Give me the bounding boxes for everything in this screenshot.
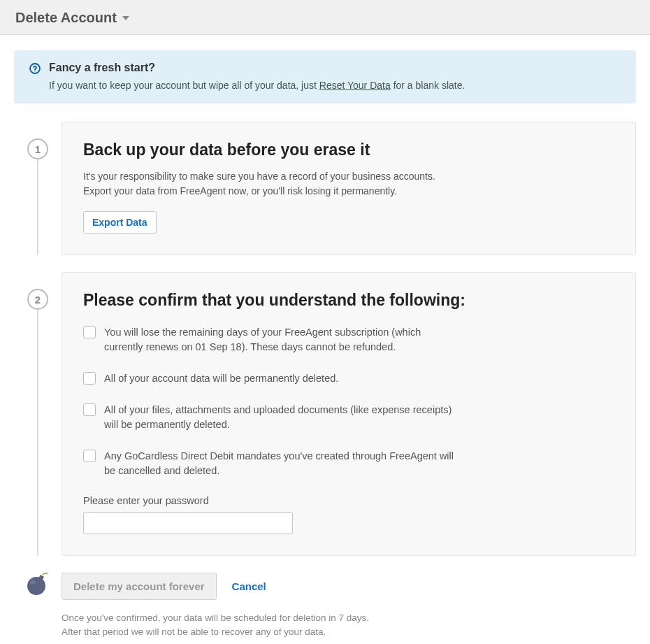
confirm-item-gocardless: Any GoCardless Direct Debit mandates you…	[83, 449, 614, 478]
svg-point-2	[27, 577, 45, 595]
backup-line1: It's your responsibility to make sure yo…	[83, 171, 435, 182]
content-area: Fancy a fresh start? If you want to keep…	[0, 35, 650, 644]
export-data-button[interactable]: Export Data	[83, 211, 157, 234]
info-banner: Fancy a fresh start? If you want to keep…	[14, 50, 636, 103]
banner-subtitle: If you want to keep your account but wip…	[49, 80, 621, 91]
reset-data-link[interactable]: Reset Your Data	[319, 80, 391, 91]
step-1: 1 Back up your data before you erase it …	[14, 122, 636, 255]
cancel-link[interactable]: Cancel	[232, 580, 266, 592]
confirm-text: Any GoCardless Direct Debit mandates you…	[104, 449, 461, 478]
confirm-title: Please confirm that you understand the f…	[83, 291, 614, 310]
svg-point-3	[30, 580, 36, 585]
footnote: Once you've confirmed, your data will be…	[62, 611, 636, 640]
checkbox-files[interactable]	[83, 403, 96, 416]
checkbox-gocardless[interactable]	[83, 450, 96, 462]
action-row: Delete my account forever Cancel Once yo…	[14, 573, 636, 640]
banner-text-after: for a blank slate.	[391, 80, 465, 91]
confirm-item-account-data: All of your account data will be permane…	[83, 371, 614, 386]
confirm-text: You will lose the remaining days of your…	[104, 325, 461, 355]
backup-line2: Export your data from FreeAgent now, or …	[83, 185, 397, 196]
help-icon	[29, 63, 41, 91]
confirm-item-files: All of your files, attachments and uploa…	[83, 403, 614, 432]
banner-text-before: If you want to keep your account but wip…	[49, 80, 319, 91]
step-number-1: 1	[27, 138, 48, 159]
page-title: Delete Account	[15, 10, 117, 26]
bomb-icon	[14, 573, 62, 596]
page-header: Delete Account	[0, 0, 650, 35]
step-connector	[37, 159, 38, 255]
delete-account-button[interactable]: Delete my account forever	[62, 573, 217, 600]
confirm-card: Please confirm that you understand the f…	[62, 272, 636, 556]
step-connector	[37, 310, 38, 556]
svg-point-1	[34, 71, 35, 71]
banner-title: Fancy a fresh start?	[49, 62, 621, 74]
confirm-item-subscription: You will lose the remaining days of your…	[83, 325, 614, 355]
password-input[interactable]	[83, 512, 293, 534]
backup-card: Back up your data before you erase it It…	[62, 122, 636, 255]
password-label: Please enter your password	[83, 495, 614, 506]
step-2: 2 Please confirm that you understand the…	[14, 272, 636, 556]
footnote-line1: Once you've confirmed, your data will be…	[62, 613, 369, 623]
footnote-line2: After that period we will not be able to…	[62, 627, 326, 637]
step-number-2: 2	[27, 289, 48, 310]
backup-title: Back up your data before you erase it	[83, 141, 614, 159]
confirm-text: All of your account data will be permane…	[104, 371, 338, 386]
backup-subtitle: It's your responsibility to make sure yo…	[83, 169, 614, 199]
confirm-text: All of your files, attachments and uploa…	[104, 403, 461, 432]
checkbox-account-data[interactable]	[83, 372, 96, 385]
chevron-down-icon[interactable]	[122, 16, 129, 20]
checkbox-subscription[interactable]	[83, 326, 96, 338]
